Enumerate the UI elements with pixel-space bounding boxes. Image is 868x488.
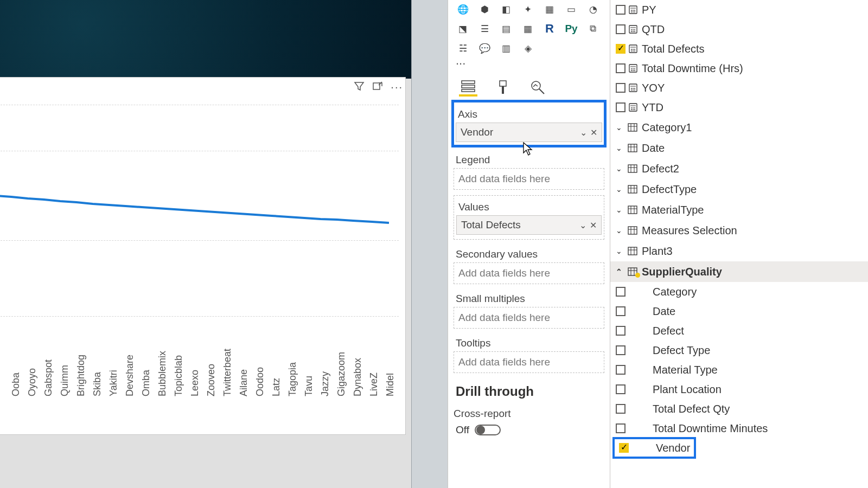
field-item[interactable]: Material Type	[610, 360, 868, 380]
svg-point-23	[634, 31, 635, 32]
checkbox[interactable]	[616, 83, 626, 93]
table-item[interactable]: ⌄DefectType	[610, 179, 868, 200]
field-item[interactable]: Defect Type	[610, 341, 868, 360]
table-item[interactable]: ⌄Measures Selection	[610, 220, 868, 241]
viz-icon-python[interactable]: Py	[562, 21, 580, 37]
viz-icon-card[interactable]: ▭	[562, 1, 580, 17]
viz-gallery-more[interactable]: ···	[454, 56, 604, 73]
field-item[interactable]: Plant Location	[610, 380, 868, 399]
field-item[interactable]: Total Defect Qty	[610, 399, 868, 419]
remove-field-icon[interactable]: ✕	[590, 127, 597, 138]
checkbox[interactable]	[616, 102, 626, 112]
field-item[interactable]: YOY	[610, 78, 868, 98]
line-chart-visual[interactable]: ··· OobaOyoyoGabspotQuimmBrightdogSkibaY…	[0, 77, 406, 435]
viz-icon-azure-map[interactable]: ✦	[519, 1, 537, 17]
tab-fields-icon[interactable]	[459, 78, 477, 97]
calculator-icon	[629, 5, 639, 14]
field-well-values[interactable]: Values Total Defects ⌄ ✕	[454, 195, 604, 240]
viz-icon-slicer[interactable]: ☰	[475, 21, 494, 37]
checkbox[interactable]	[616, 345, 626, 355]
viz-icon-kpi[interactable]: ⬔	[454, 21, 472, 37]
visualization-gallery: 🌐 ⬢ ◧ ✦ ▦ ▭ ◔ ⬔ ☰ ▤ ▦ R Py ⧉ ☵ 💬 ▥ ◈	[454, 0, 604, 56]
checkbox[interactable]	[616, 44, 626, 54]
viz-icon-paginated[interactable]: ▥	[497, 40, 515, 56]
checkbox[interactable]	[616, 5, 626, 15]
viz-icon-qa[interactable]: 💬	[475, 40, 494, 56]
chevron-down-icon[interactable]: ⌄	[616, 164, 624, 173]
viz-icon-globe[interactable]: 🌐	[454, 1, 472, 17]
checkbox[interactable]	[616, 306, 626, 316]
field-item[interactable]: QTD	[610, 20, 868, 39]
values-field-pill[interactable]: Total Defects ⌄ ✕	[456, 215, 602, 235]
field-item[interactable]: PY	[610, 0, 868, 20]
more-options-icon[interactable]: ···	[391, 81, 403, 93]
field-well-small-multiples[interactable]: Small multiples Add data fields here	[454, 290, 604, 329]
chevron-down-icon[interactable]: ⌄	[580, 127, 587, 138]
viz-icon-matrix2[interactable]: ▦	[519, 21, 537, 37]
field-item[interactable]: Total Downtime Minutes	[610, 419, 868, 438]
smallmult-drop-area[interactable]: Add data fields here	[454, 307, 604, 329]
axis-field-pill[interactable]: Vendor ⌄ ✕	[456, 123, 602, 142]
chevron-down-icon[interactable]: ⌄	[616, 144, 624, 152]
filter-icon[interactable]	[354, 81, 365, 93]
field-well-axis[interactable]: Axis Vendor ⌄ ✕	[454, 102, 604, 145]
field-item[interactable]: Total Defects	[610, 39, 868, 59]
chevron-down-icon[interactable]: ⌄	[616, 247, 624, 255]
viz-icon-get-more[interactable]: ◈	[519, 40, 537, 56]
focus-mode-icon[interactable]	[372, 81, 383, 93]
checkbox[interactable]	[616, 365, 626, 375]
viz-icon-key-influencers[interactable]: ⧉	[584, 21, 602, 37]
table-item[interactable]: ⌄MaterialType	[610, 200, 868, 220]
checkbox[interactable]	[616, 24, 626, 34]
table-item[interactable]: ⌄Plant3	[610, 241, 868, 261]
legend-drop-area[interactable]: Add data fields here	[454, 168, 604, 190]
chevron-down-icon[interactable]: ⌄	[616, 206, 624, 214]
tooltips-drop-area[interactable]: Add data fields here	[454, 351, 604, 373]
field-item[interactable]: Defect	[610, 321, 868, 341]
canvas-gutter	[411, 0, 448, 488]
viz-icon-r-script[interactable]: R	[540, 21, 559, 37]
field-well-tooltips[interactable]: Tooltips Add data fields here	[454, 334, 604, 373]
chevron-down-icon[interactable]: ⌄	[579, 220, 586, 230]
svg-point-35	[633, 68, 634, 69]
chevron-up-icon[interactable]: ⌃	[616, 267, 624, 276]
checkbox[interactable]	[616, 287, 626, 297]
secondary-drop-area[interactable]: Add data fields here	[454, 262, 604, 284]
field-item-vendor[interactable]: Vendor	[614, 438, 695, 458]
visualizations-pane: 🌐 ⬢ ◧ ✦ ▦ ▭ ◔ ⬔ ☰ ▤ ▦ R Py ⧉ ☵ 💬 ▥ ◈ ···…	[448, 0, 610, 488]
chevron-down-icon[interactable]: ⌄	[616, 123, 624, 132]
checkbox[interactable]	[616, 404, 626, 414]
viz-icon-shape-map[interactable]: ◧	[497, 1, 515, 17]
cross-report-toggle[interactable]	[475, 425, 501, 435]
table-icon	[628, 206, 639, 214]
viz-icon-table[interactable]: ▤	[497, 21, 515, 37]
x-tick-label: Gabspot	[43, 359, 54, 396]
field-item[interactable]: YTD	[610, 98, 868, 117]
checkbox[interactable]	[616, 423, 626, 433]
field-item[interactable]: Category	[610, 282, 868, 301]
tab-analytics-icon[interactable]	[528, 78, 547, 97]
table-item[interactable]: ⌄Defect2	[610, 158, 868, 179]
field-item[interactable]: Date	[610, 301, 868, 321]
viz-icon-gauge[interactable]: ◔	[584, 1, 602, 17]
x-tick-label: Skiba	[92, 372, 103, 396]
checkbox[interactable]	[619, 443, 629, 453]
viz-icon-matrix[interactable]: ▦	[540, 1, 559, 17]
table-item-supplierquality[interactable]: ⌃SupplierQuality	[610, 261, 868, 282]
remove-field-icon[interactable]: ✕	[590, 220, 597, 230]
viz-icon-decomp-tree[interactable]: ☵	[454, 40, 472, 56]
field-well-legend[interactable]: Legend Add data fields here	[454, 151, 604, 190]
chevron-down-icon[interactable]: ⌄	[616, 226, 624, 235]
table-item[interactable]: ⌄Date	[610, 138, 868, 158]
tab-format-icon[interactable]	[494, 78, 512, 97]
field-item[interactable]: Total Downtime (Hrs)	[610, 59, 868, 78]
field-well-secondary[interactable]: Secondary values Add data fields here	[454, 245, 604, 284]
table-item[interactable]: ⌄Category1	[610, 117, 868, 138]
chevron-down-icon[interactable]: ⌄	[616, 185, 624, 194]
viz-icon-filled-map[interactable]: ⬢	[475, 1, 494, 17]
checkbox[interactable]	[616, 326, 626, 336]
table-icon	[628, 247, 639, 255]
checkbox[interactable]	[616, 384, 626, 394]
x-tick-label: Midel	[385, 373, 396, 396]
checkbox[interactable]	[616, 63, 626, 73]
